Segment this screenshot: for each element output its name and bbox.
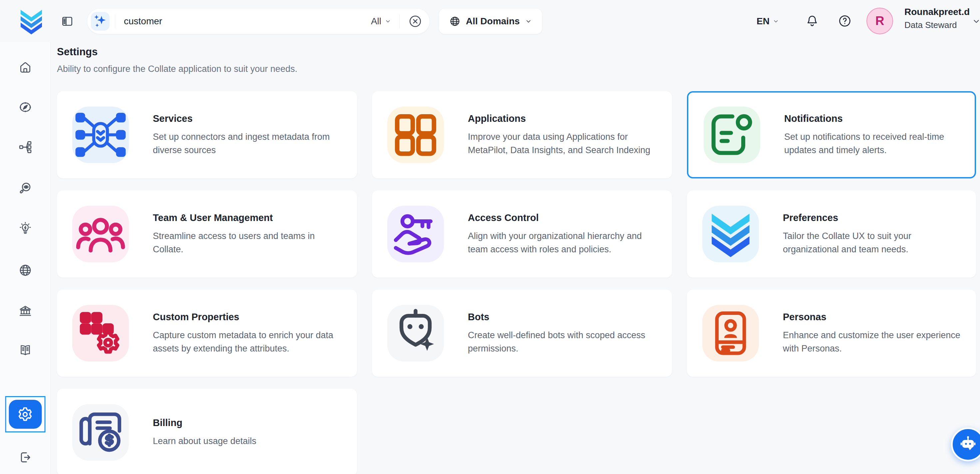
settings-card-custom-properties[interactable]: Custom PropertiesCapture custom metadata… <box>57 289 357 377</box>
card-title: Personas <box>783 312 963 323</box>
notifications-icon <box>704 107 760 163</box>
card-title: Custom Properties <box>153 312 344 323</box>
team-users-icon <box>72 206 129 262</box>
all-domains-button[interactable]: All Domains <box>439 9 542 34</box>
notifications-bell-icon[interactable] <box>805 14 819 28</box>
card-description: Create well-defined bots with scoped acc… <box>468 329 659 355</box>
card-description: Improve your data using Applications for… <box>468 130 659 157</box>
card-description: Enhance and customize the user experienc… <box>783 329 963 355</box>
card-description: Streamline access to users and teams in … <box>153 229 344 256</box>
card-description: Align with your organizational hierarchy… <box>468 229 659 256</box>
home-icon <box>18 60 33 75</box>
observability-icon <box>18 181 33 196</box>
divider <box>399 14 399 28</box>
settings-card-notifications[interactable]: NotificationsSet up notifications to rec… <box>687 91 976 178</box>
compass-icon <box>18 100 33 115</box>
settings-card-grid: ServicesSet up connectors and ingest met… <box>57 91 976 474</box>
sidebar-item-explore[interactable] <box>18 100 33 115</box>
custom-properties-icon <box>72 305 129 361</box>
sidebar-item-govern[interactable] <box>18 304 33 318</box>
all-domains-label: All Domains <box>466 16 520 27</box>
sidebar-item-insights[interactable] <box>18 221 33 236</box>
language-label: EN <box>757 16 770 27</box>
search-input[interactable] <box>124 16 364 27</box>
chevron-down-icon <box>385 18 391 25</box>
globe-icon <box>18 263 33 278</box>
settings-card-applications[interactable]: ApplicationsImprove your data using Appl… <box>372 91 672 178</box>
services-network-icon <box>72 107 129 163</box>
search-scope-label: All <box>371 16 381 27</box>
top-bar: All All Domains EN R Rounakpreet.d Data … <box>0 0 980 42</box>
card-title: Preferences <box>783 212 963 223</box>
card-title: Services <box>153 113 344 124</box>
sidebar-item-logout[interactable] <box>18 450 33 465</box>
settings-card-preferences[interactable]: PreferencesTailor the Collate UX to suit… <box>687 190 976 278</box>
search-scope-dropdown[interactable]: All <box>371 16 391 27</box>
divider <box>115 14 115 28</box>
persona-card-icon <box>702 305 759 361</box>
settings-card-access-control[interactable]: Access ControlAlign with your organizati… <box>372 190 672 278</box>
card-title: Applications <box>468 113 659 124</box>
global-search-bar[interactable]: All <box>87 9 430 34</box>
lineage-icon <box>18 140 33 154</box>
user-avatar[interactable]: R <box>867 8 893 34</box>
card-title: Team & User Management <box>153 212 344 223</box>
settings-card-team-user-management[interactable]: Team & User ManagementStreamline access … <box>57 190 357 278</box>
left-sidebar <box>0 42 51 474</box>
chevron-down-icon <box>773 18 779 25</box>
sidebar-item-observability[interactable] <box>18 181 33 196</box>
settings-card-personas[interactable]: PersonasEnhance and customize the user e… <box>687 289 976 377</box>
page-title: Settings <box>57 46 97 58</box>
bank-icon <box>18 304 33 318</box>
access-key-icon <box>387 206 444 262</box>
help-icon[interactable] <box>838 14 852 28</box>
chat-bot-icon <box>957 434 978 455</box>
settings-card-bots[interactable]: BotsCreate well-defined bots with scoped… <box>372 289 672 377</box>
collate-logo-icon[interactable] <box>15 5 48 37</box>
logout-icon <box>18 450 33 465</box>
language-selector[interactable]: EN <box>757 0 779 42</box>
billing-receipt-icon <box>72 404 129 461</box>
gear-icon <box>17 406 34 423</box>
sidebar-item-glossary[interactable] <box>18 343 33 358</box>
card-description: Set up notifications to received real-ti… <box>784 130 961 157</box>
apps-grid-icon <box>387 107 444 163</box>
card-description: Capture custom metadata to enrich your d… <box>153 329 344 355</box>
card-title: Notifications <box>784 113 961 124</box>
settings-card-billing[interactable]: BillingLearn about usage details <box>57 389 357 474</box>
card-description: Set up connectors and ingest metadata fr… <box>153 130 344 157</box>
ai-sparkle-icon[interactable] <box>91 12 110 30</box>
user-menu-chevron-icon[interactable] <box>972 17 980 26</box>
sidebar-item-home[interactable] <box>18 60 33 75</box>
settings-card-services[interactable]: ServicesSet up connectors and ingest met… <box>57 91 357 178</box>
user-role: Data Steward <box>904 20 957 30</box>
insights-bulb-icon <box>18 221 33 236</box>
globe-icon <box>449 15 461 27</box>
card-description: Tailor the Collate UX to suit your organ… <box>783 229 963 256</box>
chevron-down-icon <box>525 17 532 25</box>
collate-layers-icon <box>702 206 759 262</box>
clear-search-icon[interactable] <box>408 14 422 28</box>
sidebar-item-settings[interactable] <box>5 396 45 433</box>
page-subtitle: Ability to configure the Collate applica… <box>57 64 298 74</box>
user-name: Rounakpreet.d <box>904 7 970 17</box>
card-description: Learn about usage details <box>153 434 256 448</box>
book-icon <box>18 343 33 358</box>
card-title: Billing <box>153 417 256 428</box>
bot-icon <box>387 305 444 361</box>
avatar-initial: R <box>875 14 885 28</box>
sidebar-toggle-icon[interactable] <box>60 14 74 28</box>
card-title: Access Control <box>468 212 659 223</box>
sidebar-item-data-assets[interactable] <box>18 140 33 154</box>
sidebar-item-domains[interactable] <box>18 263 33 278</box>
card-title: Bots <box>468 312 659 323</box>
